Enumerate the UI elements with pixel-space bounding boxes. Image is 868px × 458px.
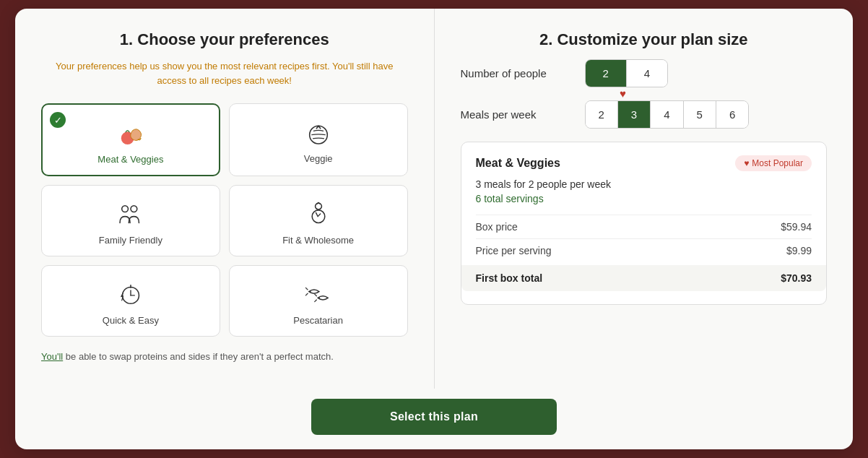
veggie-label: Veggie	[304, 153, 333, 164]
right-panel: 2. Customize your plan size Number of pe…	[435, 9, 854, 389]
meat-veggies-icon	[115, 118, 147, 150]
quick-easy-label: Quick & Easy	[103, 315, 159, 326]
meals-per-week-label: Meals per week	[461, 108, 576, 121]
swap-note-link: be able to swap proteins and sides	[66, 351, 210, 362]
fit-wholesome-label: Fit & Wholesome	[282, 235, 354, 246]
preference-card-fit-wholesome[interactable]: Fit & Wholesome	[229, 185, 408, 256]
swap-note-suffix: if they aren't a perfect match.	[213, 351, 334, 362]
summary-description: 3 meals for 2 people per week	[476, 178, 812, 190]
left-panel: 1. Choose your preferences Your preferen…	[15, 9, 435, 389]
pescatarian-label: Pescatarian	[293, 315, 343, 326]
main-container: 1. Choose your preferences Your preferen…	[15, 9, 853, 449]
left-panel-title: 1. Choose your preferences	[41, 30, 408, 49]
summary-servings: 6 total servings	[476, 193, 812, 204]
number-of-people-row: Number of people 2 4	[461, 59, 828, 87]
first-box-total-label: First box total	[476, 272, 543, 284]
family-friendly-label: Family Friendly	[99, 235, 162, 246]
people-option-4[interactable]: 4	[627, 60, 667, 87]
veggie-icon	[303, 117, 334, 149]
svg-point-8	[318, 297, 319, 298]
meals-option-2[interactable]: 2	[586, 101, 618, 128]
meals-per-week-row: Meals per week ♥ 2 3 4 5 6	[461, 100, 828, 129]
fit-wholesome-icon	[303, 199, 334, 230]
box-price-value: $59.94	[781, 221, 812, 233]
preference-card-pescatarian[interactable]: Pescatarian	[229, 265, 408, 337]
family-friendly-icon	[115, 199, 147, 230]
people-selector: 2 4	[585, 59, 669, 87]
swap-note: You'll be able to swap proteins and side…	[41, 351, 408, 362]
preference-card-veggie[interactable]: Veggie	[229, 103, 408, 176]
summary-header: Meat & Veggies ♥ Most Popular	[476, 155, 812, 171]
right-panel-title: 2. Customize your plan size	[461, 30, 828, 49]
first-box-total-row: First box total $70.93	[461, 265, 827, 291]
preference-card-quick-easy[interactable]: Quick & Easy	[41, 265, 220, 337]
preferences-subtitle: Your preferences help us show you the mo…	[41, 59, 408, 87]
most-popular-label: Most Popular	[752, 158, 803, 168]
number-of-people-label: Number of people	[461, 67, 576, 79]
summary-plan-name: Meat & Veggies	[476, 157, 560, 170]
svg-point-7	[309, 291, 311, 293]
most-popular-badge: ♥ Most Popular	[735, 155, 812, 171]
box-price-label: Box price	[476, 221, 518, 233]
bottom-bar: Select this plan	[15, 389, 853, 449]
first-box-total-value: $70.93	[781, 272, 812, 284]
meals-option-5[interactable]: 5	[684, 101, 716, 128]
top-section: 1. Choose your preferences Your preferen…	[15, 9, 853, 389]
price-per-serving-label: Price per serving	[476, 245, 552, 256]
plan-summary-box: Meat & Veggies ♥ Most Popular 3 meals fo…	[461, 142, 828, 305]
svg-point-3	[131, 206, 137, 212]
price-per-serving-value: $9.99	[786, 245, 812, 256]
selected-checkmark: ✓	[50, 112, 66, 128]
price-per-serving-row: Price per serving $9.99	[476, 238, 812, 262]
people-option-2[interactable]: 2	[586, 60, 627, 87]
heart-indicator-icon: ♥	[620, 87, 626, 100]
quick-easy-icon	[115, 279, 147, 311]
select-plan-button[interactable]: Select this plan	[311, 399, 557, 435]
preference-card-family-friendly[interactable]: Family Friendly	[41, 185, 220, 256]
meals-option-6[interactable]: 6	[716, 101, 748, 128]
meals-selector-wrapper: ♥ 2 3 4 5 6	[585, 100, 750, 129]
meals-selector: 2 3 4 5 6	[585, 100, 750, 129]
swap-note-you: You'll	[41, 351, 63, 362]
pescatarian-icon	[303, 279, 334, 311]
meals-option-4[interactable]: 4	[651, 101, 683, 128]
svg-point-4	[315, 203, 321, 209]
meals-option-3[interactable]: 3	[618, 101, 651, 128]
box-price-row: Box price $59.94	[476, 215, 812, 238]
preference-grid: ✓ Meat & Veggies	[41, 103, 408, 337]
heart-badge-icon: ♥	[744, 158, 749, 168]
svg-point-2	[122, 206, 129, 212]
preference-card-meat-veggies[interactable]: ✓ Meat & Veggies	[41, 103, 220, 176]
meat-veggies-label: Meat & Veggies	[97, 154, 163, 165]
